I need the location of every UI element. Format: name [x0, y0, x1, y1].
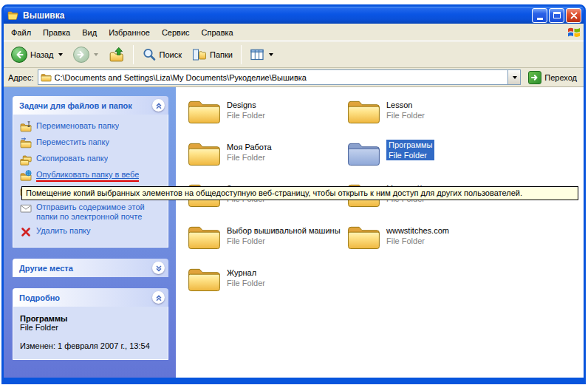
window-body: Задачи для файлов и папок Переименовать …: [4, 87, 584, 378]
folder-name: Выбор вышивальной машины: [227, 225, 341, 236]
folder-item-zhurnal[interactable]: ЖурналFile Folder: [188, 265, 346, 292]
task-label: Отправить содержимое этой папки по элект…: [36, 202, 165, 222]
views-dropdown-caret-icon: [269, 53, 273, 56]
collapse-chevron-icon[interactable]: [152, 291, 165, 304]
folder-item-designs[interactable]: DesignsFile Folder: [188, 98, 346, 124]
folder-icon-selected: [347, 140, 380, 166]
other-places-panel: Другие места: [13, 259, 168, 277]
details-panel: Подробно Программы File Folder Изменен: …: [13, 288, 168, 360]
collapse-chevron-icon[interactable]: [152, 99, 165, 112]
views-button[interactable]: [245, 45, 278, 64]
menu-help[interactable]: Справка: [196, 25, 239, 40]
folder-icon: [188, 140, 221, 166]
search-button[interactable]: Поиск: [137, 45, 186, 64]
forward-dropdown-caret-icon: [94, 53, 98, 56]
tasks-panel-header[interactable]: Задачи для файлов и папок: [13, 96, 168, 115]
go-label: Переход: [544, 73, 577, 82]
details-folder-type: File Folder: [20, 323, 163, 332]
details-body: Программы File Folder Изменен: 1 февраля…: [13, 307, 168, 360]
task-publish-folder[interactable]: Опубликовать папку в вебе: [20, 170, 165, 182]
task-email-folder[interactable]: Отправить содержимое этой папки по элект…: [20, 202, 165, 222]
search-icon: [142, 47, 157, 62]
expand-chevron-icon[interactable]: [152, 262, 165, 274]
task-rename-folder[interactable]: Переименовать папку: [20, 121, 165, 133]
address-combobox[interactable]: C:\Documents and Settings\Liza\My Docume…: [38, 69, 522, 85]
title-buttons: [532, 8, 581, 23]
email-icon: [20, 202, 32, 214]
folder-type: File Folder: [227, 278, 265, 288]
task-delete-folder[interactable]: Удалить папку: [20, 226, 165, 238]
task-label: Скопировать папку: [36, 154, 108, 163]
folder-icon: [188, 98, 221, 124]
up-folder-icon: [109, 47, 125, 63]
file-folder-tasks-panel: Задачи для файлов и папок Переименовать …: [13, 96, 168, 248]
folder-name: wwwstitches.com: [386, 225, 449, 236]
publish-web-icon: [20, 170, 32, 182]
folder-item-programmy-selected[interactable]: ПрограммыFile Folder: [347, 140, 506, 166]
delete-x-icon: [20, 226, 32, 238]
menu-tools[interactable]: Сервис: [156, 25, 196, 40]
menu-favorites[interactable]: Избранное: [103, 25, 156, 40]
folders-label: Папки: [210, 50, 233, 59]
address-path[interactable]: C:\Documents and Settings\Liza\My Docume…: [55, 73, 505, 82]
up-button[interactable]: [104, 44, 129, 65]
copy-folder-icon: [20, 154, 32, 166]
minimize-icon: [537, 18, 543, 20]
folder-icon: [188, 223, 221, 250]
address-dropdown-caret-icon: [513, 76, 517, 79]
folder-name: Lesson: [386, 100, 425, 110]
rename-folder-icon: [20, 121, 32, 133]
folder-type: File Folder: [227, 110, 265, 120]
folders-button[interactable]: Папки: [188, 45, 237, 64]
task-pane-sidebar: Задачи для файлов и папок Переименовать …: [4, 87, 176, 378]
folder-type: File Folder: [227, 236, 341, 246]
details-header[interactable]: Подробно: [13, 288, 168, 307]
folder-type: File Folder: [389, 150, 432, 160]
window-folder-icon: [7, 10, 19, 21]
folder-name: Программы: [389, 140, 432, 150]
address-dropdown-button[interactable]: [507, 70, 520, 84]
folder-item-vybor-mashiny[interactable]: Выбор вышивальной машиныFile Folder: [188, 223, 346, 250]
tooltip: Помещение копий выбранных элементов на о…: [21, 186, 578, 200]
folder-name: Designs: [227, 100, 265, 110]
back-dropdown-caret-icon: [58, 53, 63, 56]
windows-logo-icon: [567, 25, 581, 40]
menu-file[interactable]: Файл: [5, 25, 37, 40]
menu-edit[interactable]: Правка: [37, 25, 76, 40]
maximize-icon: [553, 12, 561, 18]
folder-name: Моя Работа: [227, 142, 272, 152]
minimize-button[interactable]: [532, 8, 547, 23]
task-label: Переместить папку: [36, 137, 109, 147]
address-folder-icon: [41, 72, 52, 83]
maximize-button[interactable]: [549, 8, 564, 23]
standard-buttons-toolbar: Назад Поиск Папки: [4, 41, 584, 68]
close-button[interactable]: [566, 8, 581, 23]
folder-item-moya-rabota[interactable]: Моя РаботаFile Folder: [188, 140, 346, 166]
back-button[interactable]: Назад: [7, 44, 67, 65]
window-title: Вышивка: [23, 10, 528, 21]
folder-type: File Folder: [386, 236, 449, 246]
task-label: Удалить папку: [36, 226, 91, 236]
folder-icon: [347, 223, 380, 250]
folder-name: Журнал: [227, 268, 265, 278]
title-bar: Вышивка: [4, 7, 584, 24]
details-folder-name: Программы: [20, 314, 163, 323]
folder-icon: [188, 265, 221, 292]
folder-item-wwwstitches[interactable]: wwwstitches.comFile Folder: [347, 223, 506, 250]
folder-item-lesson[interactable]: LessonFile Folder: [347, 98, 506, 124]
go-button[interactable]: Переход: [524, 71, 581, 84]
task-label: Переименовать папку: [36, 121, 119, 131]
task-copy-folder[interactable]: Скопировать папку: [20, 154, 165, 166]
folder-type: File Folder: [227, 152, 272, 163]
forward-button[interactable]: [69, 44, 103, 65]
task-label-publish: Опубликовать папку в вебе: [36, 170, 139, 182]
back-label: Назад: [30, 50, 54, 59]
search-label: Поиск: [160, 50, 182, 59]
address-bar: Адрес: C:\Documents and Settings\Liza\My…: [4, 68, 584, 87]
other-places-title: Другие места: [19, 264, 152, 273]
toolbar-separator: [241, 45, 242, 64]
task-move-folder[interactable]: Переместить папку: [20, 137, 165, 149]
menu-view[interactable]: Вид: [76, 25, 103, 40]
other-places-header[interactable]: Другие места: [13, 259, 168, 277]
menu-bar: Файл Правка Вид Избранное Сервис Справка: [4, 24, 584, 41]
